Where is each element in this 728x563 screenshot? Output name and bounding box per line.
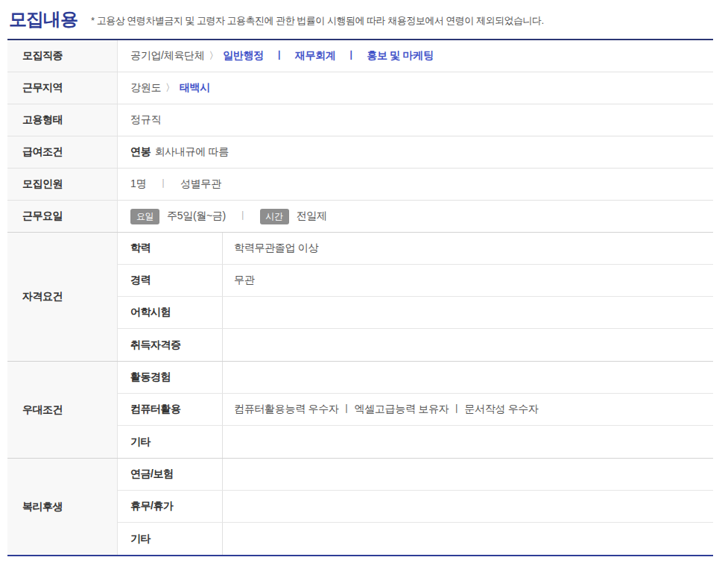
activity-experience-label: 활동경험	[118, 362, 223, 393]
preferences-body: 활동경험 컴퓨터활용 컴퓨터활용능력 우수자 ㅣ 엑셀고급능력 보유자 ㅣ 문서…	[118, 362, 713, 458]
sub-row-computer-skills: 컴퓨터활용 컴퓨터활용능력 우수자 ㅣ 엑셀고급능력 보유자 ㅣ 문서작성 우수…	[118, 394, 713, 426]
language-test-label: 어학시험	[118, 297, 223, 328]
job-category-prefix: 공기업/체육단체	[130, 49, 205, 63]
separator: ㅣ	[346, 49, 357, 63]
salary-detail: 회사내규에 따름	[154, 145, 229, 159]
work-region-prefix: 강원도	[130, 81, 161, 95]
benefits-etc-label: 기타	[118, 523, 223, 555]
work-region-link[interactable]: 태백시	[180, 81, 210, 95]
benefits-body: 연금/보험 휴무/휴가 기타	[118, 459, 713, 555]
separator: ㅣ	[274, 49, 285, 63]
work-region-value: 강원도 〉 태백시	[118, 72, 713, 104]
row-headcount: 모집인원 1명 ㅣ 성별무관	[7, 169, 713, 201]
row-employment-type: 고용형태 정규직	[7, 104, 713, 136]
certificates-label: 취득자격증	[118, 329, 223, 361]
work-days-value: 요일 주5일(월~금) ㅣ 시간 전일제	[118, 201, 713, 232]
row-work-days: 근무요일 요일 주5일(월~금) ㅣ 시간 전일제	[7, 201, 713, 233]
group-benefits: 복리후생 연금/보험 휴무/휴가 기타	[7, 459, 713, 555]
pension-insurance-value	[223, 459, 713, 490]
row-work-region: 근무지역 강원도 〉 태백시	[7, 72, 713, 104]
sub-row-activity-experience: 활동경험	[118, 362, 713, 394]
preferences-etc-label: 기타	[118, 426, 223, 458]
qualifications-label: 자격요건	[7, 233, 118, 361]
headcount-label: 모집인원	[7, 169, 118, 200]
job-category-label: 모집직종	[7, 40, 118, 72]
holidays-vacation-value	[223, 491, 713, 522]
education-value: 학력무관졸업 이상	[223, 233, 713, 264]
breadcrumb-arrow: 〉	[209, 49, 219, 63]
job-category-link-0[interactable]: 일반행정	[223, 49, 264, 63]
qualifications-body: 학력 학력무관졸업 이상 경력 무관 어학시험 취득자격증	[118, 233, 713, 361]
sub-row-education: 학력 학력무관졸업 이상	[118, 233, 713, 265]
breadcrumb-arrow: 〉	[165, 81, 175, 95]
work-days-label: 근무요일	[7, 201, 118, 232]
preferences-etc-value	[223, 426, 713, 458]
holidays-vacation-label: 휴무/휴가	[118, 491, 223, 522]
headcount-count: 1명	[130, 177, 146, 191]
row-salary: 급여조건 연봉 회사내규에 따름	[7, 136, 713, 169]
day-badge: 요일	[130, 209, 159, 224]
computer-skills-label: 컴퓨터활용	[118, 394, 223, 425]
work-days-detail: 주5일(월~금)	[167, 210, 226, 223]
page-title: 모집내용	[9, 7, 77, 31]
employment-type-label: 고용형태	[7, 104, 118, 136]
sub-row-language-test: 어학시험	[118, 297, 713, 329]
education-label: 학력	[118, 233, 223, 264]
sub-row-certificates: 취득자격증	[118, 329, 713, 361]
headcount-gender: 성별무관	[180, 177, 221, 191]
headcount-value: 1명 ㅣ 성별무관	[118, 169, 713, 200]
job-category-value: 공기업/체육단체 〉 일반행정 ㅣ 재무회계 ㅣ 홍보 및 마케팅	[118, 40, 713, 72]
activity-experience-value	[223, 362, 713, 393]
sub-row-holidays-vacation: 휴무/휴가	[118, 491, 713, 523]
time-badge: 시간	[260, 209, 289, 224]
sub-row-experience: 경력 무관	[118, 265, 713, 297]
group-qualifications: 자격요건 학력 학력무관졸업 이상 경력 무관 어학시험 취득자격증	[7, 233, 713, 362]
benefits-label: 복리후생	[7, 459, 118, 555]
separator: ㅣ	[238, 210, 248, 223]
row-job-category: 모집직종 공기업/체육단체 〉 일반행정 ㅣ 재무회계 ㅣ 홍보 및 마케팅	[7, 40, 713, 72]
certificates-value	[223, 329, 713, 361]
job-category-link-2[interactable]: 홍보 및 마케팅	[367, 49, 433, 63]
experience-label: 경력	[118, 265, 223, 296]
work-time-detail: 전일제	[297, 210, 327, 223]
separator: ㅣ	[158, 177, 168, 191]
recruitment-detail-table: 모집직종 공기업/체육단체 〉 일반행정 ㅣ 재무회계 ㅣ 홍보 및 마케팅 근…	[7, 39, 713, 556]
benefits-etc-value	[223, 523, 713, 555]
salary-type: 연봉	[130, 145, 151, 159]
group-preferences: 우대조건 활동경험 컴퓨터활용 컴퓨터활용능력 우수자 ㅣ 엑셀고급능력 보유자…	[7, 362, 713, 459]
salary-value: 연봉 회사내규에 따름	[118, 136, 713, 168]
employment-type-value: 정규직	[118, 104, 713, 136]
experience-value: 무관	[223, 265, 713, 296]
job-category-link-1[interactable]: 재무회계	[295, 49, 336, 63]
language-test-value	[223, 297, 713, 328]
section-header: 모집내용 * 고용상 연령차별금지 및 고령자 고용촉진에 관한 법률이 시행됨…	[7, 6, 713, 39]
work-region-label: 근무지역	[7, 72, 118, 104]
computer-skills-value: 컴퓨터활용능력 우수자 ㅣ 엑셀고급능력 보유자 ㅣ 문서작성 우수자	[223, 394, 713, 425]
sub-row-benefits-etc: 기타	[118, 523, 713, 555]
recruitment-detail-section: 모집내용 * 고용상 연령차별금지 및 고령자 고용촉진에 관한 법률이 시행됨…	[0, 0, 721, 556]
pension-insurance-label: 연금/보험	[118, 459, 223, 490]
age-exclusion-note: * 고용상 연령차별금지 및 고령자 고용촉진에 관한 법률이 시행됨에 따라 …	[91, 11, 544, 28]
sub-row-preferences-etc: 기타	[118, 426, 713, 458]
preferences-label: 우대조건	[7, 362, 118, 458]
sub-row-pension-insurance: 연금/보험	[118, 459, 713, 491]
salary-label: 급여조건	[7, 136, 118, 168]
